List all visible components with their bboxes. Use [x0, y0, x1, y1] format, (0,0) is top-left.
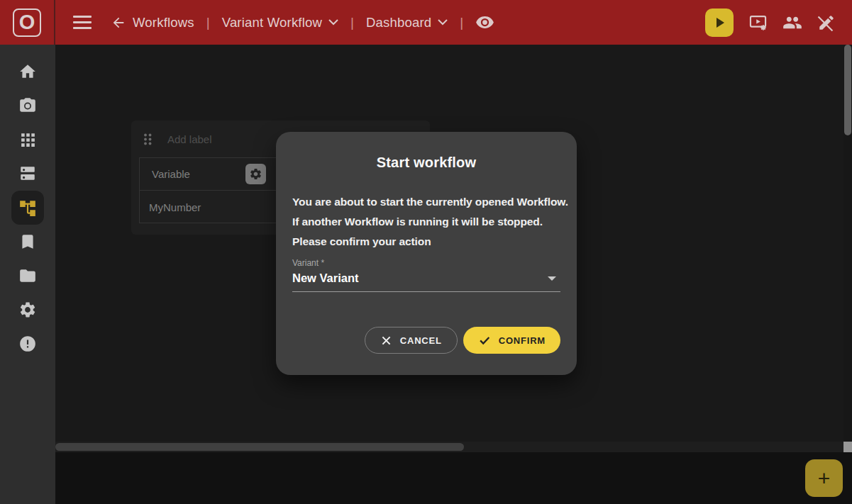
variant-field-label: Variant * — [276, 258, 577, 268]
chevron-down-icon — [328, 19, 338, 26]
sidebar-item-settings[interactable] — [11, 293, 44, 327]
dialog-actions: CANCEL CONFIRM — [365, 327, 560, 354]
select-underline — [292, 291, 560, 292]
run-settings-icon[interactable] — [748, 13, 768, 32]
logo-icon: O — [13, 9, 41, 37]
sidebar-item-alerts[interactable] — [11, 327, 44, 361]
app-logo[interactable]: O — [0, 0, 55, 45]
sidebar-item-files[interactable] — [11, 259, 44, 293]
confirm-button[interactable]: CONFIRM — [463, 327, 560, 354]
workflow-tree-icon — [18, 198, 37, 217]
sidebar-item-apps[interactable] — [11, 123, 44, 157]
logo-letter: O — [19, 12, 35, 33]
dashboard-selector[interactable]: Dashboard — [366, 15, 448, 30]
check-icon — [478, 334, 491, 347]
app-window: O Workflows | Variant Workflow | Dashboa… — [0, 0, 852, 504]
header-nav: Workflows | Variant Workflow | Dashboard… — [55, 13, 494, 32]
arrow-back-icon — [111, 15, 126, 30]
close-icon — [380, 335, 392, 347]
bookmark-icon — [18, 233, 37, 251]
edit-off-icon[interactable] — [817, 13, 836, 32]
breadcrumb-workflows: Workflows — [133, 15, 194, 30]
cancel-button-label: CANCEL — [400, 335, 442, 346]
chevron-down-icon — [438, 19, 448, 26]
settings-gear-icon — [18, 301, 37, 319]
folder-icon — [18, 267, 37, 285]
users-icon[interactable] — [782, 13, 802, 33]
cancel-button[interactable]: CANCEL — [365, 327, 458, 354]
content-area: Add label Variable MyNumber — [55, 45, 852, 504]
dialog-body-line: Please confirm your action — [292, 232, 560, 252]
start-workflow-dialog: Start workflow You are about to start th… — [276, 132, 577, 375]
sidebar-item-home[interactable] — [11, 55, 44, 89]
left-sidebar — [0, 45, 55, 504]
nav-divider: | — [350, 15, 354, 30]
variant-select[interactable]: New Variant — [276, 271, 577, 285]
nav-divider: | — [206, 15, 210, 30]
menu-icon[interactable] — [73, 16, 92, 29]
camera-icon — [18, 96, 37, 115]
preview-eye-icon[interactable] — [475, 13, 494, 32]
dashboard-selector-label: Dashboard — [366, 15, 431, 30]
error-alert-icon — [18, 335, 37, 353]
dialog-title: Start workflow — [276, 155, 577, 171]
dropdown-arrow-icon — [548, 276, 556, 281]
confirm-button-label: CONFIRM — [499, 335, 546, 346]
nav-divider: | — [460, 15, 463, 30]
play-icon — [711, 14, 728, 31]
sidebar-item-workflows[interactable] — [11, 191, 44, 225]
home-icon — [18, 62, 37, 81]
workflow-selector-label: Variant Workflow — [222, 15, 322, 30]
variant-select-value: New Variant — [292, 271, 359, 285]
workflow-selector[interactable]: Variant Workflow — [222, 15, 338, 30]
header-actions — [705, 9, 852, 37]
sidebar-item-bookmarks[interactable] — [11, 225, 44, 259]
dialog-body-line: You are about to start the currently ope… — [292, 192, 560, 212]
top-header-bar: O Workflows | Variant Workflow | Dashboa… — [0, 0, 852, 45]
dialog-body-line: If another Workflow is running it will b… — [292, 212, 560, 232]
sidebar-item-camera[interactable] — [11, 89, 44, 123]
start-workflow-button[interactable] — [705, 9, 734, 37]
sidebar-item-servers[interactable] — [11, 157, 44, 191]
dns-server-icon — [18, 164, 37, 183]
apps-grid-icon — [19, 131, 37, 149]
back-button[interactable]: Workflows — [111, 15, 194, 30]
dialog-body: You are about to start the currently ope… — [276, 192, 577, 252]
